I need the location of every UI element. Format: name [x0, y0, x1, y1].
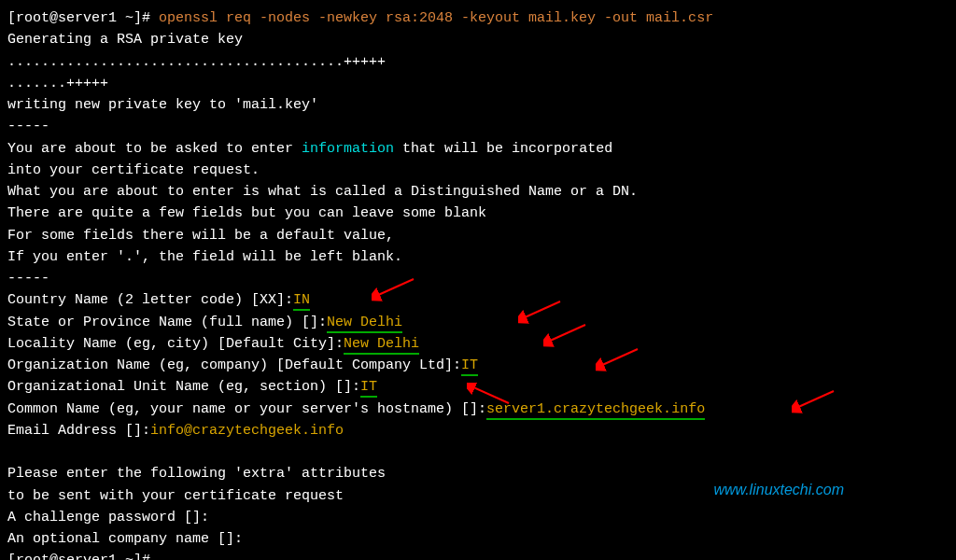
- state-label: State or Province Name (full name) []:: [7, 315, 327, 330]
- prompt-prefix: [root@server1 ~]#: [7, 10, 159, 26]
- highlighted-word: information: [302, 141, 394, 157]
- field-city: Locality Name (eg, city) [Default City]:…: [7, 333, 949, 355]
- prompt-line-1: [root@server1 ~]# openssl req -nodes -ne…: [7, 7, 949, 29]
- ou-value: IT: [360, 379, 377, 398]
- country-value: IN: [293, 292, 310, 311]
- cn-value: server1.crazytechgeek.info: [486, 401, 705, 420]
- field-ou: Organizational Unit Name (eg, section) […: [7, 376, 949, 398]
- output-dashes-1: -----: [7, 116, 949, 137]
- org-value: IT: [461, 357, 478, 376]
- output-intro-6: If you enter '.', the field will be left…: [7, 246, 949, 268]
- field-state: State or Province Name (full name) []:Ne…: [7, 312, 949, 333]
- email-value: info@crazytechgeek.info: [150, 423, 344, 439]
- output-dashes-2: -----: [7, 268, 949, 289]
- command-text: openssl req -nodes -newkey rsa:2048 -key…: [159, 10, 713, 26]
- output-intro-3: What you are about to enter is what is c…: [7, 181, 949, 203]
- email-label: Email Address []:: [7, 423, 150, 439]
- output-writing-key: writing new private key to 'mail.key': [7, 94, 949, 116]
- cn-label: Common Name (eg, your name or your serve…: [7, 401, 486, 417]
- state-value: New Delhi: [327, 315, 402, 333]
- prompt-line-2: [root@server1 ~]#: [7, 550, 949, 560]
- extra-company: An optional company name []:: [7, 528, 949, 550]
- output-intro-5: For some fields there will be a default …: [7, 225, 949, 246]
- field-cn: Common Name (eg, your name or your serve…: [7, 399, 949, 420]
- ou-label: Organizational Unit Name (eg, section) […: [7, 379, 360, 395]
- output-progress-dots-2: .......+++++: [7, 73, 949, 94]
- output-intro-4: There are quite a few fields but you can…: [7, 203, 949, 224]
- org-label: Organization Name (eg, company) [Default…: [7, 357, 461, 373]
- output-progress-dots-1: ........................................…: [7, 51, 949, 73]
- city-label: Locality Name (eg, city) [Default City]:: [7, 336, 344, 352]
- city-value: New Delhi: [344, 336, 419, 355]
- output-generating: Generating a RSA private key: [7, 29, 949, 50]
- field-org: Organization Name (eg, company) [Default…: [7, 355, 949, 376]
- country-label: Country Name (2 letter code) [XX]:: [7, 292, 293, 308]
- field-country: Country Name (2 letter code) [XX]:IN: [7, 289, 949, 311]
- blank-line: [7, 441, 949, 463]
- output-intro-2: into your certificate request.: [7, 160, 949, 181]
- output-intro-1: You are about to be asked to enter infor…: [7, 138, 949, 160]
- watermark: www.linuxtechi.com: [713, 479, 844, 502]
- field-email: Email Address []:info@crazytechgeek.info: [7, 420, 949, 441]
- prompt-prefix-2: [root@server1 ~]#: [7, 553, 159, 560]
- extra-challenge: A challenge password []:: [7, 507, 949, 528]
